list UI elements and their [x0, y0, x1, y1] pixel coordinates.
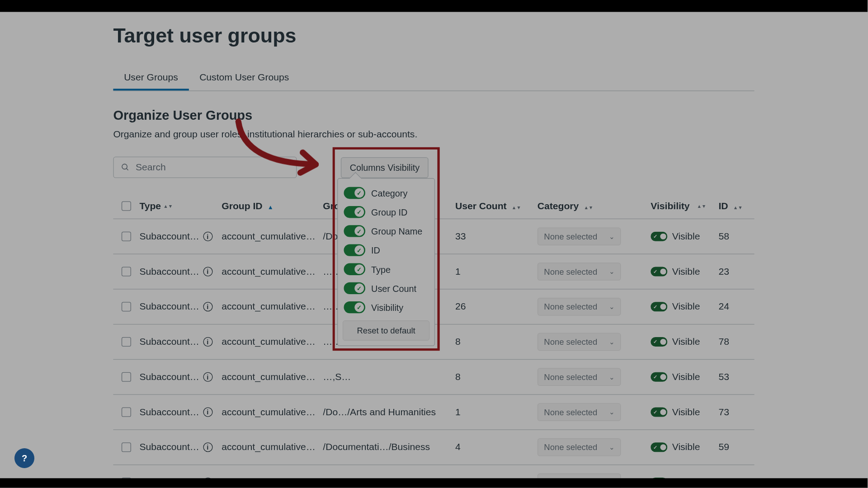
column-header-type[interactable]: Type ▲▼ — [139, 201, 222, 211]
chevron-down-icon: ⌄ — [609, 267, 614, 275]
visibility-toggle[interactable] — [651, 302, 667, 311]
visibility-label: Visible — [672, 266, 700, 277]
cell-user-count: 8 — [455, 337, 538, 347]
visibility-toggle[interactable] — [651, 267, 667, 276]
category-select[interactable]: None selected⌄ — [538, 298, 621, 316]
info-icon[interactable]: i — [203, 267, 212, 276]
visibility-toggle[interactable] — [651, 337, 667, 347]
row-checkbox[interactable] — [122, 408, 131, 417]
column-header-visibility[interactable]: Visibility ▲▼ — [651, 201, 718, 211]
column-visibility-option[interactable]: Visibility — [343, 298, 429, 317]
cell-type: Subaccount…i — [139, 337, 222, 347]
columns-visibility-highlight: CategoryGroup IDGroup NameIDTypeUser Cou… — [332, 147, 439, 351]
category-select[interactable]: None selected⌄ — [538, 227, 621, 245]
cell-group-id: account_cumulative… — [222, 266, 323, 277]
cell-user-count: 33 — [455, 231, 538, 242]
option-label: Category — [371, 188, 407, 198]
cell-type: Subaccount…i — [139, 442, 222, 453]
column-header-id[interactable]: ID ▲▼ — [719, 201, 749, 211]
visibility-label: Visible — [672, 231, 700, 242]
toggle-switch[interactable] — [344, 282, 365, 294]
toggle-switch[interactable] — [344, 263, 365, 275]
toggle-switch[interactable] — [344, 225, 365, 237]
tab-custom-user-groups[interactable]: Custom User Groups — [189, 66, 299, 90]
info-icon[interactable]: i — [203, 232, 212, 241]
table-row: Subaccount…iaccount_cumulative…/Document… — [113, 430, 754, 465]
category-select[interactable]: None selected⌄ — [538, 333, 621, 351]
column-visibility-option[interactable]: Type — [343, 260, 429, 279]
option-label: ID — [371, 245, 380, 255]
info-icon[interactable]: i — [203, 337, 212, 347]
sort-icon: ▲▼ — [512, 206, 521, 209]
cell-id: 78 — [719, 337, 749, 347]
cell-id: 58 — [719, 231, 749, 242]
toggle-switch[interactable] — [344, 244, 365, 256]
category-select[interactable]: None selected⌄ — [538, 368, 621, 386]
column-visibility-option[interactable]: ID — [343, 240, 429, 259]
chevron-down-icon: ⌄ — [609, 408, 614, 416]
cell-type: Subaccount…i — [139, 371, 222, 382]
visibility-toggle[interactable] — [651, 232, 667, 241]
cell-user-count: 1 — [455, 407, 538, 418]
cell-group-id: account_cumulative… — [222, 371, 323, 382]
tab-bar: User Groups Custom User Groups — [113, 66, 754, 91]
category-select[interactable]: None selected⌄ — [538, 438, 621, 456]
info-icon[interactable]: i — [203, 442, 212, 452]
info-icon[interactable]: i — [203, 408, 212, 417]
toggle-switch[interactable] — [344, 187, 365, 199]
info-icon[interactable]: i — [203, 372, 212, 382]
visibility-label: Visible — [672, 442, 700, 453]
sort-icon: ▲▼ — [697, 205, 706, 208]
toggle-switch[interactable] — [344, 301, 365, 313]
row-checkbox[interactable] — [122, 442, 131, 452]
visibility-label: Visible — [672, 407, 700, 418]
cell-group-id: account_cumulative… — [222, 231, 323, 242]
row-checkbox[interactable] — [122, 267, 131, 276]
cell-group-id: account_cumulative… — [222, 301, 323, 312]
cell-id: 59 — [719, 442, 749, 453]
sort-icon: ▲▼ — [584, 206, 593, 209]
cell-type: Subaccount…i — [139, 407, 222, 418]
cell-user-count: 26 — [455, 301, 538, 312]
visibility-toggle[interactable] — [651, 442, 667, 452]
chevron-down-icon: ⌄ — [609, 233, 614, 240]
sort-asc-icon: ▲ — [268, 204, 274, 210]
column-visibility-option[interactable]: Group Name — [343, 221, 429, 240]
column-visibility-option[interactable]: User Count — [343, 279, 429, 298]
visibility-toggle[interactable] — [651, 408, 667, 417]
annotation-arrow — [232, 116, 340, 193]
category-select[interactable]: None selected⌄ — [538, 403, 621, 421]
chevron-down-icon: ⌄ — [609, 373, 614, 381]
column-header-category[interactable]: Category ▲▼ — [538, 201, 651, 211]
cell-group-id: account_cumulative… — [222, 442, 323, 453]
row-checkbox[interactable] — [122, 232, 131, 241]
page-title: Target user groups — [113, 24, 754, 47]
select-all-checkbox[interactable] — [122, 201, 131, 211]
column-label: Group ID — [222, 201, 262, 211]
help-button[interactable]: ? — [14, 448, 34, 468]
visibility-label: Visible — [672, 371, 700, 382]
row-checkbox[interactable] — [122, 337, 131, 347]
visibility-label: Visible — [672, 301, 700, 312]
row-checkbox[interactable] — [122, 372, 131, 382]
option-label: User Count — [371, 283, 416, 293]
visibility-label: Visible — [672, 337, 700, 347]
table-row: Subaccount…iaccount_cumulative…/Do…/Arts… — [113, 395, 754, 430]
column-visibility-option[interactable]: Group ID — [343, 202, 429, 221]
window-bottombar — [0, 478, 868, 488]
help-icon: ? — [22, 453, 27, 464]
tab-user-groups[interactable]: User Groups — [113, 66, 189, 90]
cell-user-count: 1 — [455, 266, 538, 277]
category-select[interactable]: None selected⌄ — [538, 263, 621, 281]
search-icon — [121, 163, 130, 172]
column-header-group-id[interactable]: Group ID ▲ — [222, 201, 323, 211]
cell-group-id: account_cumulative… — [222, 337, 323, 347]
reset-to-default-button[interactable]: Reset to default — [343, 320, 429, 341]
visibility-toggle[interactable] — [651, 372, 667, 382]
column-visibility-option[interactable]: Category — [343, 183, 429, 202]
columns-visibility-popover: CategoryGroup IDGroup NameIDTypeUser Cou… — [337, 178, 435, 346]
toggle-switch[interactable] — [344, 206, 365, 218]
row-checkbox[interactable] — [122, 302, 131, 311]
info-icon[interactable]: i — [203, 302, 212, 311]
column-header-user-count[interactable]: User Count ▲▼ — [455, 201, 538, 211]
